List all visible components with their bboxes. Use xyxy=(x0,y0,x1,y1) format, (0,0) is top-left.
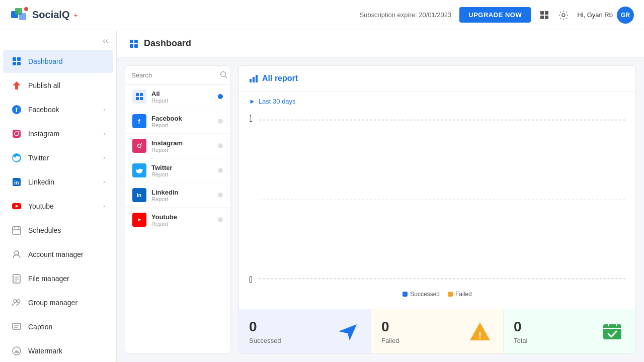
svg-rect-15 xyxy=(13,130,21,138)
svg-rect-59 xyxy=(253,77,255,82)
svg-text:0: 0 xyxy=(249,274,253,286)
header-right: Subscription expire: 20/01/2023 UPGRADE … xyxy=(359,7,634,24)
sidebar-item-dashboard[interactable]: Dashboard xyxy=(3,50,113,73)
report-item-instagram[interactable]: Instagram Report xyxy=(125,134,230,158)
svg-rect-5 xyxy=(545,11,548,15)
report-item-linkedin[interactable]: in Linkedin Report xyxy=(125,183,230,208)
sidebar-item-caption[interactable]: Caption xyxy=(3,315,113,338)
svg-rect-39 xyxy=(134,40,138,43)
calendar-check-icon xyxy=(599,318,625,344)
sidebar-item-schedules[interactable]: Schedules xyxy=(3,219,113,242)
instagram-icon xyxy=(11,128,22,139)
facebook-report-icon: f xyxy=(132,114,146,128)
svg-text:f: f xyxy=(16,106,18,114)
settings-icon[interactable] xyxy=(558,10,569,21)
sidebar-item-account-manager[interactable]: Account manager xyxy=(3,243,113,266)
last-30-days-label: Last 30 days xyxy=(259,98,296,105)
svg-point-3 xyxy=(24,7,28,11)
report-item-all[interactable]: All Report xyxy=(125,84,230,109)
svg-rect-40 xyxy=(130,44,133,48)
svg-point-42 xyxy=(221,72,226,77)
report-list: All Report f Facebo xyxy=(125,84,230,353)
user-name: Hi, Gyan Rb xyxy=(577,11,613,19)
sidebar-item-youtube[interactable]: Youtube › xyxy=(3,195,113,218)
sidebar-item-label-file: File manager xyxy=(28,275,69,283)
report-item-youtube[interactable]: Youtube Report xyxy=(125,208,230,232)
report-dot-all xyxy=(218,94,223,99)
sidebar: ‹‹ Dashboard Publish all xyxy=(0,30,117,362)
page-header: Dashboard xyxy=(117,30,644,57)
sidebar-item-group-manager[interactable]: Group manager xyxy=(3,291,113,314)
file-manager-icon xyxy=(11,273,22,284)
sidebar-item-label-instagram: Instagram xyxy=(28,130,59,138)
svg-text:in: in xyxy=(137,193,141,198)
sidebar-item-linkedin[interactable]: in Linkedin › xyxy=(3,170,113,194)
chart-area: ► Last 30 days 1 0 xyxy=(239,92,635,309)
linkedin-report-icon: in xyxy=(132,188,146,202)
chevron-right-icon: › xyxy=(103,106,105,113)
logo-icon xyxy=(10,6,28,24)
svg-text:in: in xyxy=(14,179,19,186)
twitter-icon xyxy=(11,152,22,163)
extensions-icon[interactable] xyxy=(539,10,550,21)
dashboard-icon xyxy=(11,56,22,67)
sidebar-collapse-button[interactable]: ‹‹ xyxy=(0,30,116,49)
report-item-twitter[interactable]: Twitter Report xyxy=(125,158,230,183)
search-input[interactable] xyxy=(131,71,216,79)
svg-rect-4 xyxy=(540,11,544,15)
youtube-icon xyxy=(11,201,22,212)
chart-container: 1 0 xyxy=(249,111,625,288)
avatar[interactable]: GR xyxy=(617,7,634,24)
legend-success-dot xyxy=(403,292,408,297)
report-main-panel: All report ► Last 30 days 1 0 xyxy=(238,65,636,354)
logo-plus: + xyxy=(73,11,77,19)
sidebar-item-label-caption: Caption xyxy=(28,323,52,331)
last-30-days-button[interactable]: ► Last 30 days xyxy=(249,98,625,105)
svg-point-17 xyxy=(19,131,20,132)
svg-rect-9 xyxy=(13,57,16,61)
sidebar-item-watermark[interactable]: Watermark xyxy=(3,339,113,362)
legend-success-label: Successed xyxy=(410,291,440,298)
sidebar-item-file-manager[interactable]: File manager xyxy=(3,267,113,290)
stat-number-fail: 0 xyxy=(381,319,399,335)
warning-icon: ! xyxy=(467,318,493,344)
search-icon[interactable] xyxy=(220,71,228,79)
chart-svg: 1 0 xyxy=(249,111,625,288)
facebook-icon: f xyxy=(11,104,22,115)
upgrade-button[interactable]: UPGRADE NOW xyxy=(459,7,531,23)
main-content: Dashboard xyxy=(117,30,644,362)
all-report-icon xyxy=(132,89,146,104)
page-header-icon xyxy=(129,39,139,49)
svg-text:!: ! xyxy=(478,330,481,340)
svg-rect-46 xyxy=(136,97,139,100)
sidebar-item-twitter[interactable]: Twitter › xyxy=(3,146,113,169)
content-area: All Report f Facebo xyxy=(117,57,644,362)
report-item-sub-fb: Report xyxy=(151,122,182,128)
report-item-name-yt: Youtube xyxy=(151,213,177,221)
page-title: Dashboard xyxy=(144,38,191,49)
chevron-right-icon: › xyxy=(103,203,105,210)
legend-fail: Failed xyxy=(448,291,472,298)
svg-rect-12 xyxy=(17,62,21,65)
account-manager-icon xyxy=(11,249,22,260)
svg-point-33 xyxy=(17,300,20,303)
watermark-icon xyxy=(11,345,22,356)
svg-rect-38 xyxy=(130,40,133,43)
sidebar-item-label-youtube: Youtube xyxy=(28,202,54,210)
sidebar-item-facebook[interactable]: f Facebook › xyxy=(3,98,113,121)
youtube-report-icon xyxy=(132,213,146,227)
search-bar xyxy=(125,66,230,84)
svg-rect-41 xyxy=(134,44,138,48)
sidebar-item-publish-all[interactable]: Publish all xyxy=(3,74,113,97)
chevron-right-icon: › xyxy=(103,178,105,186)
svg-rect-10 xyxy=(17,57,21,61)
sidebar-item-instagram[interactable]: Instagram › xyxy=(3,122,113,145)
header: SocialQ+ Subscription expire: 20/01/2023… xyxy=(0,0,644,30)
report-header: All report xyxy=(239,66,635,92)
report-dot-yt xyxy=(218,217,223,222)
report-item-facebook[interactable]: f Facebook Report xyxy=(125,109,230,134)
publish-icon xyxy=(11,80,22,91)
chevron-right-icon: › xyxy=(103,130,105,137)
report-item-name-tw: Twitter xyxy=(151,164,173,171)
svg-rect-50 xyxy=(135,142,143,150)
